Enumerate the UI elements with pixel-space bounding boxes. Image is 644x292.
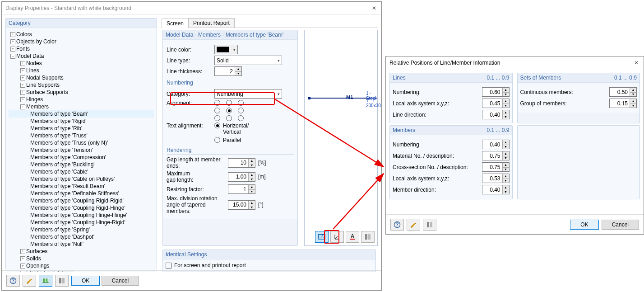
category-tree[interactable]: +Colors +Objects by Color +Fonts −Model … xyxy=(6,28,157,272)
tree-members[interactable]: Members xyxy=(26,103,49,110)
members-cross-section-input[interactable]: ▲▼ xyxy=(482,162,510,172)
tree-members-cable[interactable]: Members of type 'Cable' xyxy=(30,168,88,175)
expand-icon[interactable]: + xyxy=(20,68,25,73)
line-type-select[interactable]: Solid▾ xyxy=(214,56,282,65)
alignment-radio[interactable] xyxy=(214,108,220,113)
sets-continuous-input[interactable]: ▲▼ xyxy=(609,87,637,97)
tree-members-definable-stiffness[interactable]: Members of type 'Definable Stiffness' xyxy=(30,190,119,197)
alignment-radio[interactable] xyxy=(214,115,220,121)
font-color-button[interactable]: A xyxy=(346,231,359,243)
alignment-radio[interactable] xyxy=(238,115,244,121)
expand-icon[interactable]: + xyxy=(20,249,25,254)
alignment-radio[interactable] xyxy=(226,115,232,121)
edit-button[interactable] xyxy=(23,275,36,287)
spin-down-icon[interactable]: ▼ xyxy=(235,71,241,76)
copy-button[interactable] xyxy=(55,275,69,287)
tree-fonts[interactable]: Fonts xyxy=(16,45,30,52)
tree-members-tension[interactable]: Members of type 'Tension' xyxy=(30,146,93,154)
tree-members-truss-n[interactable]: Members of type 'Truss (only N)' xyxy=(30,139,108,146)
tree-members-rib[interactable]: Members of type 'Rib' xyxy=(30,125,82,132)
expand-icon[interactable]: + xyxy=(20,83,25,88)
tree-hinges[interactable]: Hinges xyxy=(26,96,43,103)
cancel-button[interactable]: Cancel xyxy=(602,220,639,230)
tree-members-null[interactable]: Members of type 'Null' xyxy=(30,240,83,248)
numbering-category-select[interactable]: Numbering▾ xyxy=(214,89,282,99)
tree-objects-by-color[interactable]: Objects by Color xyxy=(16,38,56,45)
line-thickness-input[interactable]: ▲▼ xyxy=(214,66,242,76)
tab-screen[interactable]: Screen xyxy=(162,19,189,28)
max-gap-input[interactable]: ▲▼ xyxy=(228,172,255,182)
tree-members-spring[interactable]: Members of type 'Spring' xyxy=(30,226,90,233)
help-button[interactable]: ? xyxy=(390,219,404,231)
members-axis-input[interactable]: ▲▼ xyxy=(482,174,510,183)
lines-axis-input[interactable]: ▲▼ xyxy=(482,99,510,108)
alignment-radio[interactable] xyxy=(226,100,232,106)
collapse-icon[interactable]: − xyxy=(10,54,15,59)
tree-colors[interactable]: Colors xyxy=(16,31,32,38)
expand-icon[interactable]: + xyxy=(10,47,15,52)
tree-surfaces[interactable]: Surfaces xyxy=(26,248,47,255)
default-button[interactable]: 0.00 xyxy=(39,275,52,287)
sets-group-input[interactable]: ▲▼ xyxy=(609,99,637,108)
text-align-parallel-radio[interactable] xyxy=(214,137,220,143)
expand-icon[interactable]: + xyxy=(20,256,25,261)
tree-members-truss[interactable]: Members of type 'Truss' xyxy=(30,132,88,139)
tree-nodes[interactable]: Nodes xyxy=(26,60,42,67)
alignment-radio[interactable] xyxy=(214,100,220,106)
tree-members-buckling[interactable]: Members of type 'Buckling' xyxy=(30,161,95,168)
members-material-input[interactable]: ▲▼ xyxy=(482,151,510,160)
tree-line-supports[interactable]: Line Supports xyxy=(26,81,60,89)
spin-up-icon[interactable]: ▲ xyxy=(235,67,241,71)
tree-members-rigid[interactable]: Members of type 'Rigid' xyxy=(30,118,87,125)
tree-members-cable-pulleys[interactable]: Members of type 'Cable on Pulleys' xyxy=(30,175,115,183)
axes-button[interactable] xyxy=(330,231,344,243)
tree-members-dashpot[interactable]: Members of type 'Dashpot' xyxy=(30,233,94,240)
tree-model-data[interactable]: Model Data xyxy=(16,52,44,60)
tree-openings[interactable]: Openings xyxy=(26,262,49,269)
close-icon[interactable]: ✕ xyxy=(371,5,378,12)
expand-icon[interactable]: + xyxy=(20,75,25,80)
alignment-radio-selected[interactable] xyxy=(226,108,232,113)
alignment-label: Alignment: xyxy=(167,100,212,106)
tree-members-coupling-rh[interactable]: Members of type 'Coupling Rigid-Hinge' xyxy=(30,204,125,212)
tree-members-coupling-hh[interactable]: Members of type 'Coupling Hinge-Hinge' xyxy=(30,212,127,219)
cancel-button[interactable]: Cancel xyxy=(102,276,139,286)
expand-icon[interactable]: + xyxy=(20,97,25,102)
collapse-icon[interactable]: − xyxy=(20,104,25,109)
tree-members-compression[interactable]: Members of type 'Compression' xyxy=(30,154,106,161)
max-division-input[interactable]: ▲▼ xyxy=(228,200,255,210)
members-numbering-input[interactable]: ▲▼ xyxy=(482,140,510,149)
tab-printout-report[interactable]: Printout Report xyxy=(188,18,235,28)
settings-button[interactable] xyxy=(361,231,375,243)
members-direction-input[interactable]: ▲▼ xyxy=(482,185,510,194)
tree-lines[interactable]: Lines xyxy=(26,67,39,74)
alignment-radio[interactable] xyxy=(238,108,244,113)
tree-members-result-beam[interactable]: Members of type 'Result Beam' xyxy=(30,183,105,190)
relative-positions-button[interactable]: 123 xyxy=(315,231,329,243)
gap-length-input[interactable]: ▲▼ xyxy=(228,158,255,168)
text-align-horizontal-radio[interactable] xyxy=(214,122,220,128)
ok-button[interactable]: OK xyxy=(71,276,100,286)
tree-surface-supports[interactable]: Surface Supports xyxy=(26,89,68,96)
tree-members-coupling-hr[interactable]: Members of type 'Coupling Hinge-Rigid' xyxy=(30,219,125,226)
tree-members-beam[interactable]: Members of type 'Beam' xyxy=(30,110,88,118)
tree-members-coupling-rr[interactable]: Members of type 'Coupling Rigid-Rigid' xyxy=(30,197,124,204)
identical-settings-checkbox[interactable]: For screen and printout report xyxy=(166,262,373,268)
edit-button[interactable] xyxy=(407,219,420,231)
copy-button[interactable] xyxy=(423,219,436,231)
expand-icon[interactable]: + xyxy=(20,61,25,66)
expand-icon[interactable]: + xyxy=(20,264,25,268)
expand-icon[interactable]: + xyxy=(20,90,25,95)
lines-direction-input[interactable]: ▲▼ xyxy=(482,110,510,119)
tree-solids[interactable]: Solids xyxy=(26,255,41,262)
resizing-factor-input[interactable]: ▲▼ xyxy=(228,184,255,194)
close-icon[interactable]: ✕ xyxy=(633,59,640,66)
ok-button[interactable]: OK xyxy=(570,220,598,230)
lines-numbering-input[interactable]: ▲▼ xyxy=(482,87,510,97)
tree-nodal-supports[interactable]: Nodal Supports xyxy=(26,74,64,81)
help-button[interactable]: ? xyxy=(6,275,20,287)
line-color-select[interactable]: ▾ xyxy=(214,45,238,54)
expand-icon[interactable]: + xyxy=(10,32,15,37)
alignment-radio[interactable] xyxy=(238,100,244,106)
expand-icon[interactable]: + xyxy=(10,39,15,44)
